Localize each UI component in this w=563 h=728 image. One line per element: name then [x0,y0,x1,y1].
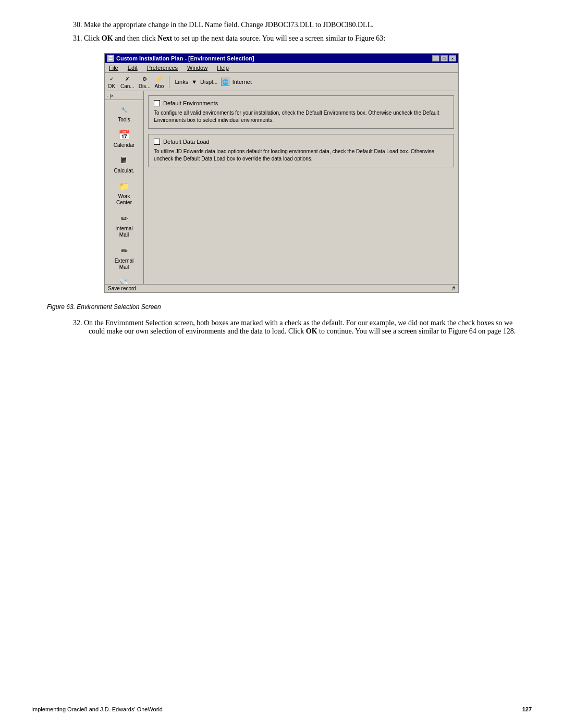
outer-maximize-btn[interactable]: □ [440,55,448,61]
app-icon: ☰ [107,55,114,62]
external-mail-label: ExternalMail [115,258,134,270]
external-mail-icon: ✏ [117,244,131,257]
sidebar-item-calendar[interactable]: 📅 Calendar [105,126,143,151]
step-31-text1: Click [84,34,102,42]
links-dropdown[interactable]: ▼ [191,79,197,85]
statusbar: Save record # [105,284,458,292]
toolbar-cancel-btn[interactable]: ✗ Can... [120,75,134,89]
outer-win-controls[interactable]: _ □ × [432,55,456,61]
sidebar-close[interactable]: - |× [107,93,114,98]
displ-label[interactable]: Displ... [200,79,218,85]
menu-window[interactable]: Window [185,64,210,71]
step-31-bold2: Next [157,34,172,42]
screenshot-container: ☰ Custom Installation Plan - [Environmen… [104,53,459,293]
workcenter-icon: 📁 [117,180,131,192]
outer-titlebar: ☰ Custom Installation Plan - [Environmen… [105,54,458,63]
calendar-icon: 📅 [117,129,131,141]
cancel-icon: ✗ [123,75,132,83]
menu-edit[interactable]: Edit [126,64,140,71]
default-environments-checkbox[interactable] [154,100,160,106]
step-30: 30. Make the appropriate change in the D… [47,21,516,29]
internet-sidebar-icon: 📡 [117,277,131,284]
dis-icon: ⚙ [140,75,149,83]
step-31-bold1: OK [102,34,113,42]
page-footer: Implementing Oracle8 and J.D. Edwards' O… [31,706,532,712]
menu-help[interactable]: Help [215,64,231,71]
dis-label: Dis... [139,83,151,89]
content-area: Default Environments To configure all va… [144,91,458,284]
sidebar-top: - |× [105,92,143,100]
sidebar-item-external-mail[interactable]: ✏ ExternalMail [105,241,143,274]
footer-right: 127 [522,706,532,712]
outer-minimize-btn[interactable]: _ [432,55,439,61]
workcenter-label: WorkCenter [116,193,132,206]
internet-label[interactable]: Internet [232,79,252,85]
internal-mail-label: InternalMail [115,226,132,238]
figure-caption: Figure 63. Environment Selection Screen [47,303,516,311]
menubar: File Edit Preferences Window Help [105,63,458,73]
internet-icon: 🌐 [221,78,229,86]
toolbar-separator [169,76,169,88]
step-30-text: Make the appropriate change in the DLL N… [84,21,374,29]
tools-icon: 🔧 [117,103,131,116]
step-31-text2: and then click [113,34,158,42]
default-environments-desc: To configure all valid environments for … [154,109,448,124]
calculator-label: Calculat. [114,168,134,174]
outer-titlebar-left: ☰ Custom Installation Plan - [Environmen… [107,55,254,62]
abo-label: Abo [155,83,164,89]
step-32: 32. On the Environment Selection screen,… [47,319,516,336]
internal-mail-icon: ✏ [117,212,131,225]
step-32-text2: to continue. You will see a screen simil… [317,327,516,335]
abo-icon: ⚡ [154,75,164,83]
sidebar-item-internal-mail[interactable]: ✏ InternalMail [105,209,143,241]
page-content: 30. Make the appropriate change in the D… [47,21,516,336]
step-31-text3: to set up the next data source. You will… [172,34,385,42]
step-32-number: 32. [73,319,82,327]
default-environments-row: Default Environments [154,100,448,106]
statusbar-left: Save record [108,286,136,291]
default-data-load-checkbox[interactable] [154,139,160,145]
cancel-label: Can... [120,83,134,89]
ok-icon: ✓ [107,75,116,83]
outer-close-btn[interactable]: × [449,55,456,61]
sidebar-item-calculator[interactable]: 🖩 Calculat. [105,151,143,177]
default-environments-label: Default Environments [163,100,218,106]
default-data-load-row: Default Data Load [154,139,448,145]
sidebar-item-workcenter[interactable]: 📁 WorkCenter [105,177,143,209]
calculator-icon: 🖩 [117,154,131,167]
default-data-load-section: Default Data Load To utilize JD Edwards … [148,134,454,167]
statusbar-right: # [452,286,455,291]
default-data-load-desc: To utilize JD Edwards data load options … [154,148,448,163]
outer-title-text: Custom Installation Plan - [Environment … [116,55,254,61]
default-data-load-label: Default Data Load [163,139,210,145]
menu-preferences[interactable]: Preferences [145,64,180,71]
footer-left: Implementing Oracle8 and J.D. Edwards' O… [31,706,163,712]
toolbar-links: Links ▼ Displ... 🌐 Internet [175,78,252,86]
sidebar: - |× 🔧 Tools 📅 Calendar 🖩 Calculat. 📁 [105,91,144,284]
links-label[interactable]: Links [175,79,188,85]
menu-file[interactable]: File [107,64,120,71]
step-31: 31. Click OK and then click Next to set … [47,34,516,43]
toolbar-dis-btn[interactable]: ⚙ Dis... [139,75,151,89]
default-environments-section: Default Environments To configure all va… [148,95,454,129]
sidebar-item-internet[interactable]: 📡 Internet [105,274,143,284]
tools-label: Tools [118,117,130,122]
calendar-label: Calendar [114,142,135,148]
win-body: - |× 🔧 Tools 📅 Calendar 🖩 Calculat. 📁 [105,91,458,284]
step-30-number: 30. [73,21,82,29]
step-31-number: 31. [73,34,82,42]
ok-label: OK [108,83,115,89]
toolbar-ok-btn[interactable]: ✓ OK [107,75,116,89]
toolbar: ✓ OK ✗ Can... ⚙ Dis... ⚡ Abo Links ▼ Dis… [105,73,458,91]
step-32-bold1: OK [306,327,317,335]
toolbar-abo-btn[interactable]: ⚡ Abo [154,75,164,89]
sidebar-item-tools[interactable]: 🔧 Tools [105,100,143,126]
